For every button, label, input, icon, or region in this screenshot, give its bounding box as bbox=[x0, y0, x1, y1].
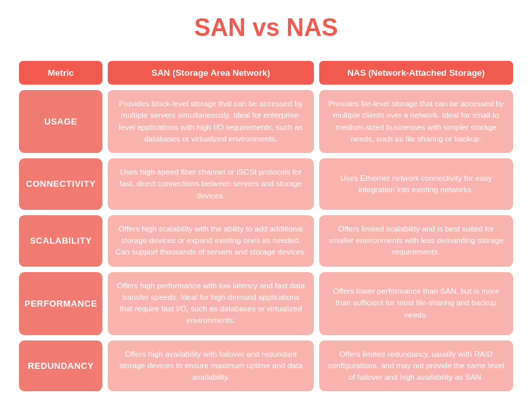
table-row: USAGEProvides block-level storage that c… bbox=[19, 90, 513, 153]
san-cell-2: Offers high scalability with the ability… bbox=[108, 215, 314, 267]
metric-cell-2: SCALABILITY bbox=[19, 215, 102, 267]
nas-cell-3: Offers lower performance than SAN, but i… bbox=[319, 272, 513, 335]
metric-cell-3: PERFORMANCE bbox=[19, 272, 102, 335]
san-cell-3: Offers high performance with low latency… bbox=[108, 272, 314, 335]
san-cell-1: Uses high-speed fiber channel or iSCSI p… bbox=[108, 158, 314, 210]
page-container: SAN vs NAS Metric SAN (Storage Area Netw… bbox=[0, 0, 532, 398]
metric-cell-1: CONNECTIVITY bbox=[19, 158, 102, 210]
san-cell-4: Offers high availability with failover a… bbox=[108, 340, 314, 392]
metric-cell-0: USAGE bbox=[19, 90, 102, 153]
nas-cell-4: Offers limited redundancy, usually with … bbox=[319, 340, 513, 392]
table-row: REDUNDANCYOffers high availability with … bbox=[19, 340, 513, 392]
table-row: SCALABILITYOffers high scalability with … bbox=[19, 215, 513, 267]
col-san: SAN (Storage Area Network) bbox=[108, 61, 314, 85]
nas-cell-2: Offers limited scalability and is best s… bbox=[319, 215, 513, 267]
table-row: PERFORMANCEOffers high performance with … bbox=[19, 272, 513, 335]
col-nas: NAS (Network-Attached Storage) bbox=[319, 61, 513, 85]
nas-cell-0: Provides file-level storage that can be … bbox=[319, 90, 513, 153]
san-cell-0: Provides block-level storage that can be… bbox=[108, 90, 314, 153]
col-metric: Metric bbox=[19, 61, 102, 85]
nas-cell-1: Uses Ethernet network connectivity for e… bbox=[319, 158, 513, 210]
page-title: SAN vs NAS bbox=[14, 14, 518, 42]
comparison-table: Metric SAN (Storage Area Network) NAS (N… bbox=[14, 56, 518, 397]
table-row: CONNECTIVITYUses high-speed fiber channe… bbox=[19, 158, 513, 210]
metric-cell-4: REDUNDANCY bbox=[19, 340, 102, 392]
